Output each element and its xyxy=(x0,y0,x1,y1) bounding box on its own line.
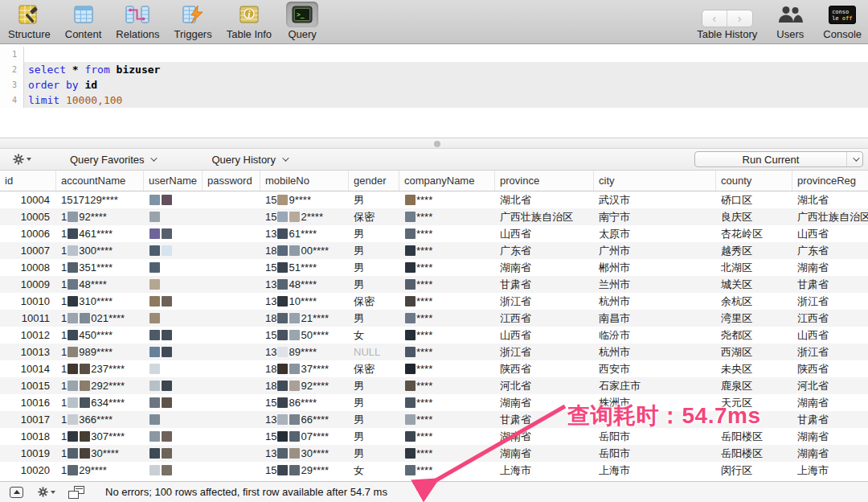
column-header-city[interactable]: city xyxy=(594,171,716,191)
redaction-block xyxy=(289,381,300,391)
cell-gender: NULL xyxy=(349,344,399,360)
column-header-companyName[interactable]: companyName xyxy=(399,171,495,191)
redaction-block xyxy=(162,296,172,307)
column-header-gender[interactable]: gender xyxy=(349,171,399,191)
cell-userName xyxy=(144,344,203,360)
gear-icon xyxy=(13,154,24,165)
table-row[interactable]: 100071300****1800****男****广东省广州市越秀区广东省 xyxy=(0,242,868,259)
toolbar-triggers-button[interactable]: Triggers xyxy=(171,1,215,41)
image-icon xyxy=(10,487,23,498)
redaction-block xyxy=(149,262,160,273)
toolbar-query-button[interactable]: >_ Query xyxy=(283,1,321,41)
cell-city: 广州市 xyxy=(594,242,716,259)
cell-county: 越秀区 xyxy=(716,242,792,259)
toolbar-console-button[interactable]: console off Console xyxy=(820,1,865,41)
cell-gender: 保密 xyxy=(349,360,399,377)
cell-gender: 女 xyxy=(349,327,399,344)
redaction-block xyxy=(149,347,160,357)
redaction-block xyxy=(277,431,288,442)
redaction-block xyxy=(289,245,300,256)
column-header-provinceReg[interactable]: provinceReg xyxy=(792,171,868,191)
query-favorites-menu[interactable]: Query Favorites xyxy=(70,154,155,166)
query-history-menu[interactable]: Query History xyxy=(211,154,286,166)
sql-editor[interactable]: 1 2 select * from bizuser 3 order by id … xyxy=(0,44,868,138)
redaction-block xyxy=(68,262,78,273)
redaction-block xyxy=(405,195,416,205)
column-header-county[interactable]: county xyxy=(716,171,792,191)
cell-companyName: **** xyxy=(399,445,495,462)
table-history-nav: ‹ › xyxy=(702,10,753,27)
gear-icon xyxy=(38,487,48,497)
cell-province: 山西省 xyxy=(495,225,594,242)
table-row[interactable]: 100111021****1821****男****江西省南昌市湾里区江西省 xyxy=(0,310,868,327)
column-header-accountName[interactable]: accountName xyxy=(56,171,144,191)
column-header-mobileNo[interactable]: mobileNo xyxy=(260,171,349,191)
table-row[interactable]: 100061461****1361****男****山西省太原市杏花岭区山西省 xyxy=(0,225,868,242)
cell-companyName: **** xyxy=(399,428,495,445)
redaction-block xyxy=(277,364,288,374)
cell-password xyxy=(203,327,260,344)
cell-accountName: 1517129**** xyxy=(56,191,144,208)
export-image-button[interactable] xyxy=(10,487,23,498)
table-row[interactable]: 100151292****1892****男****河北省石家庄市鹿泉区河北省 xyxy=(0,377,868,394)
line-number: 1 xyxy=(0,47,24,62)
cell-userName xyxy=(144,310,203,327)
cell-county: 城关区 xyxy=(716,276,792,293)
table-row[interactable]: 100041517129****159****男****湖北省武汉市硚口区湖北省 xyxy=(0,191,868,208)
toolbar-tableinfo-button[interactable]: i Table Info xyxy=(223,1,275,41)
table-row[interactable]: 100081351****1551****男****湖南省郴州市北湖区湖南省 xyxy=(0,259,868,276)
cell-accountName: 1307**** xyxy=(56,428,144,445)
column-header-password[interactable]: password xyxy=(203,171,260,191)
cell-userName xyxy=(144,276,203,293)
table-row[interactable]: 100101310****1310****保密****浙江省杭州市余杭区浙江省 xyxy=(0,293,868,310)
table-row[interactable]: 100121450****1550****女****山西省临汾市尧都区山西省 xyxy=(0,327,868,344)
cell-county: 岳阳楼区 xyxy=(716,445,792,462)
redaction-block xyxy=(149,330,160,340)
cell-accountName: 1292**** xyxy=(56,377,144,394)
table-row[interactable]: 10009148****1348****男****甘肃省兰州市城关区甘肃省 xyxy=(0,276,868,293)
redaction-block xyxy=(68,296,78,307)
table-row[interactable]: 10020129****1529****女****上海市上海市闵行区上海市 xyxy=(0,462,868,479)
cell-city: 岳阳市 xyxy=(594,445,716,462)
redaction-block xyxy=(149,245,160,256)
cell-mobileNo: 1366**** xyxy=(260,411,349,428)
column-header-province[interactable]: province xyxy=(495,171,594,191)
history-back-button[interactable]: ‹ xyxy=(702,10,727,27)
cell-city: 兰州市 xyxy=(594,276,716,293)
cell-county: 未央区 xyxy=(716,360,792,377)
cell-provinceReg: 陕西省 xyxy=(792,360,868,377)
toolbar-content-button[interactable]: Content xyxy=(62,1,105,41)
redaction-block xyxy=(162,381,172,391)
table-row[interactable]: 100141237****1837****保密****陕西省西安市未央区陕西省 xyxy=(0,360,868,377)
run-options-dropdown[interactable] xyxy=(846,152,862,167)
history-forward-button[interactable]: › xyxy=(727,10,752,27)
redaction-block xyxy=(162,330,172,340)
query-history-label: Query History xyxy=(211,154,275,166)
redaction-block xyxy=(149,228,160,239)
run-current-button[interactable]: Run Current xyxy=(694,151,863,167)
column-header-id[interactable]: id xyxy=(0,171,56,191)
cell-id: 10013 xyxy=(0,344,56,360)
toolbar-console-label: Console xyxy=(823,28,862,40)
table-row[interactable]: 100131989****1389****NULL****浙江省杭州市西湖区浙江… xyxy=(0,344,868,360)
table-row[interactable]: 10019130****1330****男****湖南省岳阳市岳阳楼区湖南省 xyxy=(0,445,868,462)
cell-province: 广西壮族自治区 xyxy=(495,208,594,225)
toolbar-structure-button[interactable]: Structure xyxy=(5,1,54,41)
status-gear-menu[interactable] xyxy=(38,487,55,497)
toolbar-users-label: Users xyxy=(776,28,804,40)
redaction-block xyxy=(405,330,416,340)
cell-companyName: **** xyxy=(399,327,495,344)
redaction-block xyxy=(149,465,160,475)
pane-splitter[interactable] xyxy=(0,138,868,149)
redaction-block xyxy=(405,245,416,256)
table-row[interactable]: 10005192****152****保密****广西壮族自治区南宁市良庆区广西… xyxy=(0,208,868,225)
query-gear-menu[interactable] xyxy=(13,154,31,165)
cell-userName xyxy=(144,445,203,462)
cell-mobileNo: 1330**** xyxy=(260,445,349,462)
cell-provinceReg: 湖北省 xyxy=(792,191,868,208)
toggle-panel-button[interactable] xyxy=(68,486,84,499)
toolbar-users-button[interactable]: Users xyxy=(768,1,812,41)
cell-provinceReg: 湖南省 xyxy=(792,428,868,445)
column-header-userName[interactable]: userName xyxy=(144,171,203,191)
toolbar-relations-button[interactable]: Relations xyxy=(113,1,162,41)
